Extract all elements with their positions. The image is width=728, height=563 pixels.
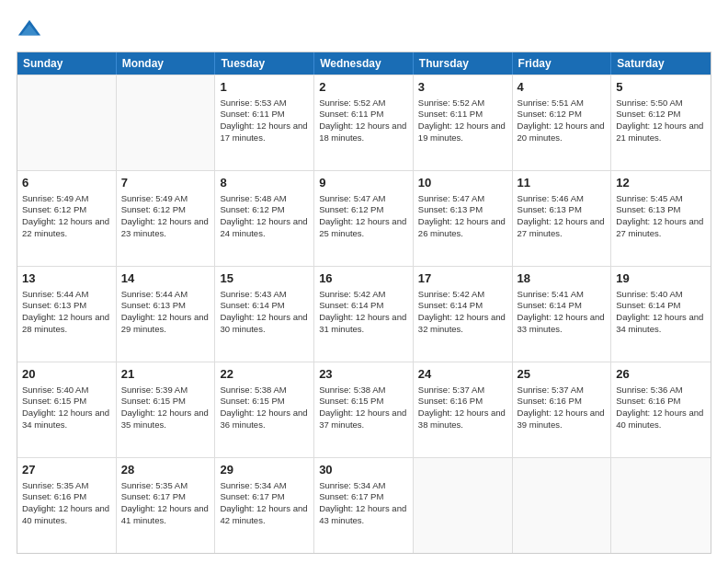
daylight-text: Daylight: 12 hours and 30 minutes.: [220, 312, 307, 334]
calendar-day-13: 13Sunrise: 5:44 AMSunset: 6:13 PMDayligh…: [17, 267, 117, 362]
day-number: 9: [319, 175, 408, 191]
calendar-day-10: 10Sunrise: 5:47 AMSunset: 6:13 PMDayligh…: [414, 171, 513, 266]
sunset-text: Sunset: 6:14 PM: [418, 300, 483, 310]
calendar-day-11: 11Sunrise: 5:46 AMSunset: 6:13 PMDayligh…: [513, 171, 612, 266]
calendar-day-8: 8Sunrise: 5:48 AMSunset: 6:12 PMDaylight…: [215, 171, 314, 266]
calendar-day-7: 7Sunrise: 5:49 AMSunset: 6:12 PMDaylight…: [117, 171, 216, 266]
day-number: 21: [121, 366, 210, 383]
calendar-header-sunday: Sunday: [17, 52, 117, 75]
daylight-text: Daylight: 12 hours and 19 minutes.: [418, 121, 506, 143]
sunset-text: Sunset: 6:12 PM: [616, 109, 680, 119]
sunset-text: Sunset: 6:14 PM: [220, 300, 284, 310]
calendar-week-1: 1Sunrise: 5:53 AMSunset: 6:11 PMDaylight…: [17, 75, 711, 170]
sunset-text: Sunset: 6:13 PM: [121, 300, 186, 310]
sunrise-text: Sunrise: 5:49 AM: [121, 193, 188, 203]
day-number: 6: [22, 175, 111, 191]
sunset-text: Sunset: 6:17 PM: [121, 491, 186, 501]
daylight-text: Daylight: 12 hours and 25 minutes.: [319, 216, 406, 238]
calendar-day-3: 3Sunrise: 5:52 AMSunset: 6:11 PMDaylight…: [414, 75, 513, 170]
daylight-text: Daylight: 12 hours and 20 minutes.: [518, 121, 605, 143]
sunrise-text: Sunrise: 5:35 AM: [22, 480, 88, 490]
calendar-week-4: 20Sunrise: 5:40 AMSunset: 6:15 PMDayligh…: [17, 362, 711, 457]
calendar-header-monday: Monday: [117, 52, 216, 75]
calendar-day-6: 6Sunrise: 5:49 AMSunset: 6:12 PMDaylight…: [17, 171, 117, 266]
sunset-text: Sunset: 6:13 PM: [518, 204, 582, 214]
day-number: 3: [418, 79, 507, 96]
logo-icon: [17, 17, 42, 42]
daylight-text: Daylight: 12 hours and 21 minutes.: [616, 121, 703, 143]
sunrise-text: Sunrise: 5:35 AM: [121, 480, 188, 490]
daylight-text: Daylight: 12 hours and 38 minutes.: [418, 408, 506, 430]
daylight-text: Daylight: 12 hours and 34 minutes.: [616, 312, 703, 334]
day-number: 13: [22, 270, 111, 287]
daylight-text: Daylight: 12 hours and 34 minutes.: [22, 408, 109, 430]
daylight-text: Daylight: 12 hours and 22 minutes.: [22, 216, 109, 238]
sunrise-text: Sunrise: 5:38 AM: [220, 385, 286, 395]
day-number: 20: [22, 366, 111, 383]
calendar-header-saturday: Saturday: [611, 52, 711, 75]
calendar-day-14: 14Sunrise: 5:44 AMSunset: 6:13 PMDayligh…: [117, 267, 216, 362]
calendar-empty-cell: [17, 75, 117, 170]
day-number: 12: [616, 175, 706, 191]
day-number: 18: [518, 270, 607, 287]
daylight-text: Daylight: 12 hours and 36 minutes.: [220, 408, 307, 430]
daylight-text: Daylight: 12 hours and 41 minutes.: [121, 503, 209, 525]
day-number: 5: [616, 79, 706, 96]
day-number: 27: [22, 462, 111, 478]
sunset-text: Sunset: 6:16 PM: [518, 396, 582, 406]
sunrise-text: Sunrise: 5:36 AM: [616, 385, 682, 395]
sunset-text: Sunset: 6:11 PM: [220, 109, 284, 119]
daylight-text: Daylight: 12 hours and 37 minutes.: [319, 408, 406, 430]
day-number: 10: [418, 175, 507, 191]
sunrise-text: Sunrise: 5:34 AM: [319, 480, 385, 490]
daylight-text: Daylight: 12 hours and 35 minutes.: [121, 408, 209, 430]
day-number: 4: [518, 79, 607, 96]
daylight-text: Daylight: 12 hours and 28 minutes.: [22, 312, 109, 334]
sunset-text: Sunset: 6:13 PM: [22, 300, 86, 310]
sunrise-text: Sunrise: 5:45 AM: [616, 193, 682, 203]
day-number: 11: [518, 175, 607, 191]
sunrise-text: Sunrise: 5:38 AM: [319, 385, 385, 395]
logo: [17, 17, 46, 42]
calendar-header-wednesday: Wednesday: [314, 52, 414, 75]
calendar-day-18: 18Sunrise: 5:41 AMSunset: 6:14 PMDayligh…: [513, 267, 612, 362]
sunset-text: Sunset: 6:12 PM: [518, 109, 582, 119]
sunset-text: Sunset: 6:16 PM: [616, 396, 680, 406]
daylight-text: Daylight: 12 hours and 42 minutes.: [220, 503, 307, 525]
daylight-text: Daylight: 12 hours and 39 minutes.: [518, 408, 605, 430]
sunrise-text: Sunrise: 5:52 AM: [418, 98, 484, 108]
day-number: 29: [220, 462, 309, 478]
sunset-text: Sunset: 6:16 PM: [22, 491, 86, 501]
daylight-text: Daylight: 12 hours and 32 minutes.: [418, 312, 506, 334]
sunrise-text: Sunrise: 5:46 AM: [518, 193, 584, 203]
sunset-text: Sunset: 6:11 PM: [319, 109, 383, 119]
daylight-text: Daylight: 12 hours and 17 minutes.: [220, 121, 307, 143]
day-number: 7: [121, 175, 210, 191]
calendar-week-2: 6Sunrise: 5:49 AMSunset: 6:12 PMDaylight…: [17, 170, 711, 266]
sunrise-text: Sunrise: 5:39 AM: [121, 385, 188, 395]
sunrise-text: Sunrise: 5:44 AM: [22, 289, 88, 299]
day-number: 28: [121, 462, 210, 478]
day-number: 30: [319, 462, 408, 478]
daylight-text: Daylight: 12 hours and 40 minutes.: [22, 503, 109, 525]
sunrise-text: Sunrise: 5:53 AM: [220, 98, 286, 108]
calendar-day-2: 2Sunrise: 5:52 AMSunset: 6:11 PMDaylight…: [314, 75, 414, 170]
sunrise-text: Sunrise: 5:34 AM: [220, 480, 286, 490]
daylight-text: Daylight: 12 hours and 23 minutes.: [121, 216, 209, 238]
sunset-text: Sunset: 6:13 PM: [418, 204, 483, 214]
sunrise-text: Sunrise: 5:50 AM: [616, 98, 682, 108]
calendar-day-17: 17Sunrise: 5:42 AMSunset: 6:14 PMDayligh…: [414, 267, 513, 362]
daylight-text: Daylight: 12 hours and 29 minutes.: [121, 312, 209, 334]
day-number: 22: [220, 366, 309, 383]
day-number: 8: [220, 175, 309, 191]
page: SundayMondayTuesdayWednesdayThursdayFrid…: [0, 0, 728, 563]
calendar-day-25: 25Sunrise: 5:37 AMSunset: 6:16 PMDayligh…: [513, 362, 612, 457]
sunset-text: Sunset: 6:12 PM: [220, 204, 284, 214]
sunset-text: Sunset: 6:14 PM: [616, 300, 680, 310]
sunrise-text: Sunrise: 5:49 AM: [22, 193, 88, 203]
daylight-text: Daylight: 12 hours and 18 minutes.: [319, 121, 406, 143]
daylight-text: Daylight: 12 hours and 40 minutes.: [616, 408, 703, 430]
day-number: 14: [121, 270, 210, 287]
sunrise-text: Sunrise: 5:37 AM: [518, 385, 584, 395]
daylight-text: Daylight: 12 hours and 31 minutes.: [319, 312, 406, 334]
